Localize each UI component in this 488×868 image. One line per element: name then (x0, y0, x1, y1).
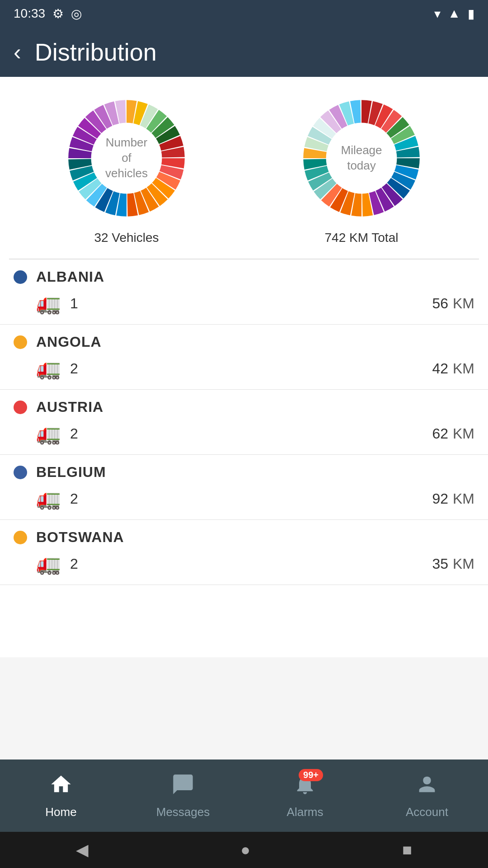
mileage-info: 92 KM (432, 491, 474, 507)
vehicles-donut-svg (63, 95, 190, 222)
vehicle-info: 🚛 2 (36, 552, 78, 576)
mileage-value: 35 (432, 556, 448, 572)
country-name: BELGIUM (36, 464, 106, 481)
messages-nav-label: Messages (156, 805, 210, 819)
recents-android-button[interactable]: ■ (402, 840, 412, 859)
mileage-info: 42 KM (432, 360, 474, 377)
home-nav-label: Home (45, 805, 76, 819)
vehicle-count: 1 (70, 295, 78, 312)
mileage-donut: Mileage today (298, 95, 425, 222)
country-header: BELGIUM (14, 464, 474, 481)
mileage-unit: KM (453, 295, 474, 312)
truck-icon: 🚛 (36, 357, 61, 380)
signal-icon: ▲ (448, 6, 460, 21)
mileage-value: 92 (432, 491, 448, 507)
circle-icon: ◎ (71, 6, 82, 21)
account-nav-icon (415, 773, 439, 802)
bottom-nav: Home Messages 99+ Alarms Account (0, 760, 488, 832)
mileage-info: 62 KM (432, 425, 474, 442)
country-detail: 🚛 2 92 KM (14, 487, 474, 510)
android-nav-bar: ◀ ● ■ (0, 832, 488, 868)
country-name: ANGOLA (36, 334, 102, 350)
mileage-total: 742 KM Total (325, 231, 399, 245)
settings-icon: ⚙ (52, 6, 64, 21)
vehicle-count: 2 (70, 360, 78, 377)
nav-badge: 99+ (299, 769, 323, 781)
truck-icon: 🚛 (36, 552, 61, 576)
country-item: ANGOLA 🚛 2 42 KM (0, 325, 488, 390)
country-header: ANGOLA (14, 334, 474, 350)
vehicle-info: 🚛 2 (36, 487, 78, 510)
mileage-unit: KM (453, 491, 474, 507)
mileage-info: 56 KM (432, 295, 474, 312)
mileage-unit: KM (453, 360, 474, 377)
vehicle-info: 🚛 2 (36, 357, 78, 380)
vehicles-chart: Number of vehicles 32 Vehicles (63, 95, 190, 245)
country-header: ALBANIA (14, 269, 474, 285)
country-detail: 🚛 2 62 KM (14, 422, 474, 445)
vehicle-count: 2 (70, 491, 78, 507)
vehicle-info: 🚛 1 (36, 292, 78, 315)
vehicle-info: 🚛 2 (36, 422, 78, 445)
wifi-icon: ▾ (434, 6, 441, 21)
home-nav-icon (49, 773, 73, 802)
country-item: ALBANIA 🚛 1 56 KM (0, 259, 488, 325)
nav-item-messages[interactable]: Messages (122, 773, 244, 819)
alarms-nav-label: Alarms (287, 805, 324, 819)
truck-icon: 🚛 (36, 422, 61, 445)
nav-item-account[interactable]: Account (366, 773, 488, 819)
main-content: Number of vehicles 32 Vehicles Mileage t… (0, 77, 488, 657)
page-title: Distribution (35, 38, 157, 66)
truck-icon: 🚛 (36, 487, 61, 510)
country-name: ALBANIA (36, 269, 104, 285)
country-name: AUSTRIA (36, 399, 103, 415)
mileage-value: 42 (432, 360, 448, 377)
back-android-button[interactable]: ◀ (76, 840, 89, 859)
country-item: BELGIUM 🚛 2 92 KM (0, 455, 488, 520)
country-detail: 🚛 1 56 KM (14, 292, 474, 315)
header: ‹ Distribution (0, 27, 488, 77)
vehicles-donut: Number of vehicles (63, 95, 190, 222)
charts-section: Number of vehicles 32 Vehicles Mileage t… (0, 77, 488, 259)
mileage-value: 62 (432, 425, 448, 442)
country-color-dot (14, 466, 27, 479)
truck-icon: 🚛 (36, 292, 61, 315)
mileage-value: 56 (432, 295, 448, 312)
country-detail: 🚛 2 42 KM (14, 357, 474, 380)
mileage-donut-svg (298, 95, 425, 222)
country-header: BOTSWANA (14, 529, 474, 546)
country-color-dot (14, 531, 27, 544)
country-name: BOTSWANA (36, 529, 124, 546)
mileage-unit: KM (453, 556, 474, 572)
battery-icon: ▮ (468, 6, 474, 21)
country-color-dot (14, 335, 27, 349)
country-list: ALBANIA 🚛 1 56 KM ANGOLA 🚛 2 (0, 259, 488, 585)
mileage-chart: Mileage today 742 KM Total (298, 95, 425, 245)
account-nav-label: Account (406, 805, 448, 819)
mileage-unit: KM (453, 425, 474, 442)
country-item: AUSTRIA 🚛 2 62 KM (0, 390, 488, 455)
home-android-button[interactable]: ● (240, 840, 250, 859)
country-detail: 🚛 2 35 KM (14, 552, 474, 576)
nav-item-home[interactable]: Home (0, 773, 122, 819)
mileage-info: 35 KM (432, 556, 474, 572)
back-button[interactable]: ‹ (14, 41, 21, 63)
country-header: AUSTRIA (14, 399, 474, 415)
vehicles-total: 32 Vehicles (94, 231, 159, 245)
messages-nav-icon (171, 773, 195, 802)
status-bar: 10:33 ⚙ ◎ ▾ ▲ ▮ (0, 0, 488, 27)
vehicle-count: 2 (70, 425, 78, 442)
vehicle-count: 2 (70, 556, 78, 572)
nav-item-alarms[interactable]: 99+ Alarms (244, 773, 366, 819)
country-item: BOTSWANA 🚛 2 35 KM (0, 520, 488, 585)
country-color-dot (14, 401, 27, 414)
country-color-dot (14, 270, 27, 284)
time-display: 10:33 (14, 6, 45, 21)
